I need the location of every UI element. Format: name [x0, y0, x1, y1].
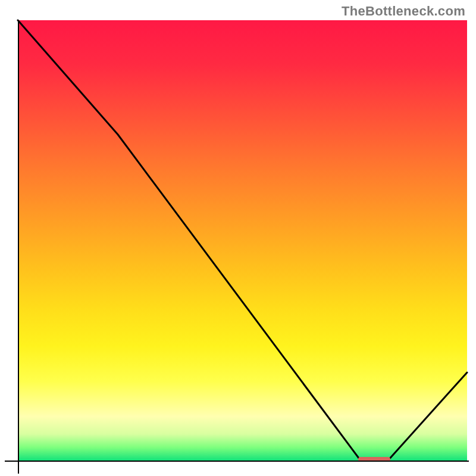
attribution-label: TheBottleneck.com — [342, 4, 465, 19]
y-axis — [18, 20, 19, 474]
curve-layer — [18, 20, 467, 461]
chart-container: TheBottleneck.com — [0, 0, 476, 476]
bottleneck-curve-path — [18, 20, 467, 461]
x-axis — [5, 461, 469, 462]
